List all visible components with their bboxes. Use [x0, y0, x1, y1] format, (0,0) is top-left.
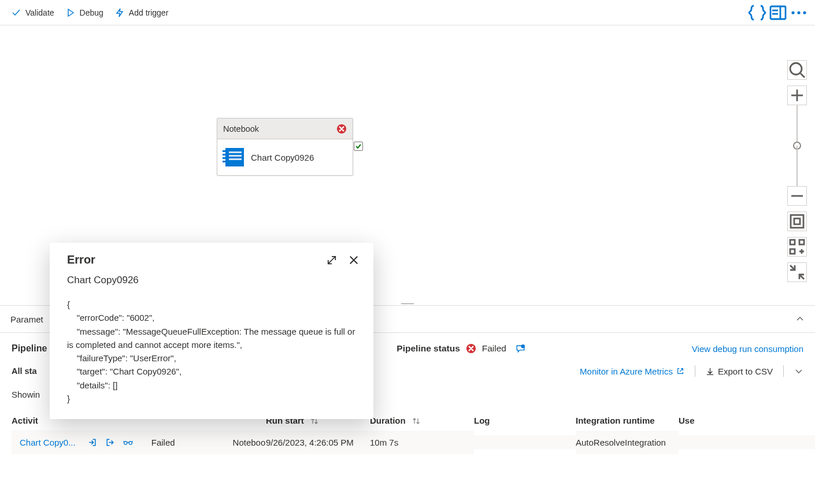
align-icon	[788, 238, 806, 256]
row-log	[474, 435, 576, 449]
svg-rect-14	[794, 218, 800, 224]
pipeline-status-label: Pipeline status	[397, 343, 460, 354]
divider	[783, 365, 784, 377]
sort-icon	[412, 417, 421, 425]
row-run-start: 9/26/2023, 4:26:05 PM	[266, 431, 370, 454]
debug-button[interactable]: Debug	[61, 3, 108, 22]
error-popup: Error Chart Copy0926 { "errorCode": "600…	[50, 243, 373, 419]
check-icon	[355, 143, 362, 150]
chevron-down-icon[interactable]	[794, 366, 803, 376]
debug-consumption-link[interactable]: View debug run consumption	[692, 344, 803, 354]
popup-body: { "errorCode": "6002", "message": "Messa…	[67, 298, 360, 405]
plus-icon	[788, 86, 806, 105]
trigger-icon	[115, 8, 124, 17]
svg-point-6	[803, 11, 806, 14]
row-runtime: AutoResolveIntegration	[576, 431, 679, 454]
external-link-icon	[676, 367, 684, 375]
popup-subtitle: Chart Copy0926	[67, 275, 360, 286]
row-duration: 10m 7s	[370, 431, 474, 454]
svg-rect-15	[790, 240, 795, 244]
col-user[interactable]: Use	[679, 411, 785, 430]
activity-node-body: Chart Copy0926	[217, 139, 353, 175]
canvas-search-button[interactable]	[787, 60, 807, 80]
collapse-icon	[788, 263, 806, 281]
check-icon	[12, 8, 21, 17]
tab-parameters[interactable]: Paramet	[10, 314, 43, 324]
activity-name-link[interactable]: Chart Copy0...	[20, 438, 76, 447]
activity-name: Chart Copy0926	[251, 153, 314, 162]
svg-point-22	[129, 441, 132, 444]
svg-rect-16	[799, 240, 804, 244]
error-icon	[336, 124, 347, 134]
success-connector[interactable]	[354, 142, 363, 151]
validate-button[interactable]: Validate	[7, 3, 59, 22]
input-icon[interactable]	[87, 438, 97, 447]
output-title: Pipeline	[12, 343, 47, 354]
chevron-up-icon[interactable]	[795, 314, 805, 324]
row-status: Failed	[151, 438, 175, 447]
svg-point-4	[791, 11, 794, 14]
zoom-in-button[interactable]	[787, 86, 807, 105]
svg-point-21	[124, 441, 127, 444]
play-icon	[66, 8, 75, 17]
panel-icon	[769, 3, 787, 22]
auto-align-button[interactable]	[787, 237, 807, 257]
zoom-slider-track[interactable]	[797, 105, 798, 146]
fullscreen-exit-button[interactable]	[787, 262, 807, 282]
status-filter-dropdown[interactable]: All sta	[12, 366, 37, 376]
svg-rect-0	[770, 6, 786, 19]
svg-rect-17	[790, 249, 795, 254]
braces-icon	[748, 3, 766, 22]
error-details-icon[interactable]: !	[516, 344, 525, 354]
code-view-button[interactable]	[748, 3, 766, 22]
more-button[interactable]	[790, 3, 808, 22]
zoom-fit-button[interactable]	[787, 212, 807, 231]
download-icon	[706, 367, 714, 376]
svg-point-5	[797, 11, 800, 14]
properties-button[interactable]	[769, 3, 787, 22]
monitor-metrics-link[interactable]: Monitor in Azure Metrics	[580, 366, 684, 376]
zoom-out-button[interactable]	[787, 186, 807, 206]
activity-node-header: Notebook	[217, 118, 353, 139]
monitor-metrics-label: Monitor in Azure Metrics	[580, 366, 673, 376]
activity-type-label: Notebook	[223, 124, 259, 134]
glasses-icon[interactable]	[123, 438, 133, 447]
zoom-slider-track[interactable]	[797, 146, 798, 186]
export-csv-label: Export to CSV	[718, 366, 773, 376]
search-icon	[788, 61, 806, 79]
output-icon[interactable]	[105, 438, 115, 447]
toolbar: Validate Debug Add trigger	[0, 0, 815, 25]
activity-node[interactable]: Notebook Chart Copy0926	[217, 118, 353, 176]
expand-icon[interactable]	[326, 254, 338, 266]
col-log[interactable]: Log	[474, 411, 576, 430]
ellipsis-icon	[790, 3, 808, 22]
add-trigger-label: Add trigger	[129, 8, 168, 17]
svg-rect-13	[791, 215, 803, 228]
export-csv-button[interactable]: Export to CSV	[706, 366, 773, 376]
close-icon[interactable]	[348, 254, 360, 266]
canvas-tools	[787, 60, 807, 282]
debug-label: Debug	[80, 8, 103, 17]
error-icon	[466, 343, 476, 354]
divider	[695, 365, 695, 377]
fit-icon	[788, 212, 806, 231]
col-duration[interactable]: Duration	[370, 411, 474, 430]
svg-line-9	[801, 73, 805, 77]
add-trigger-button[interactable]: Add trigger	[110, 3, 173, 22]
svg-point-8	[790, 63, 802, 75]
validate-label: Validate	[25, 8, 54, 17]
popup-title: Error	[67, 253, 95, 266]
notebook-icon	[225, 148, 244, 166]
row-type: Notebook	[233, 438, 266, 447]
svg-text:!: !	[523, 344, 523, 348]
col-runtime[interactable]: Integration runtime	[576, 411, 679, 430]
pipeline-status-value: Failed	[482, 343, 506, 354]
minus-icon	[788, 187, 806, 205]
